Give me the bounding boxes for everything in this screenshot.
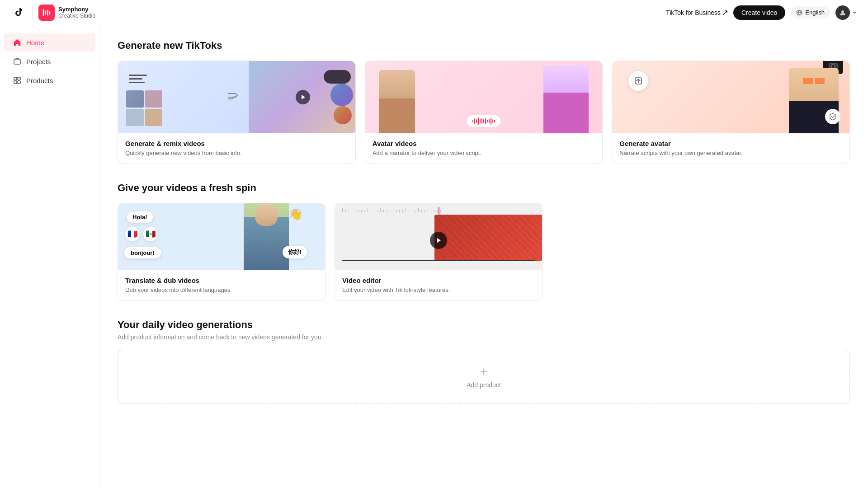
svg-rect-2: [47, 9, 48, 15]
card-remix[interactable]: Generate & remix videos Quickly generate…: [118, 61, 356, 164]
header-left: Symphony Creative Studio: [11, 5, 95, 21]
add-product-box[interactable]: + Add product: [118, 350, 850, 404]
svg-rect-3: [49, 11, 51, 14]
shuffle-icon: [227, 92, 240, 103]
card-generate-avatar-body: Generate avatar Narrate scripts with you…: [612, 133, 849, 164]
brand-subtitle: Creative Studio: [58, 13, 95, 19]
globe-icon: [796, 9, 802, 16]
play-button-decoration: [296, 90, 310, 104]
svg-rect-1: [45, 10, 46, 14]
tiktok-logo-icon: [11, 5, 27, 21]
card-translate-desc: Dub your videos into different languages…: [125, 286, 318, 294]
fresh-spin-title: Give your videos a fresh spin: [118, 182, 850, 194]
card-avatar-videos[interactable]: Avatar videos Add a narrator to deliver …: [365, 61, 603, 164]
image-grid-decoration: [126, 90, 162, 126]
chinese-bubble: 你好!: [283, 246, 307, 258]
tiktok-business-link[interactable]: TikTok for Business: [666, 9, 728, 16]
sidebar-projects-label: Projects: [26, 58, 51, 66]
card-avatar-image: [365, 61, 603, 133]
svg-rect-8: [18, 77, 20, 80]
svg-rect-10: [18, 81, 20, 84]
header: Symphony Creative Studio TikTok for Busi…: [0, 0, 868, 25]
card-remix-desc: Quickly generate new videos from basic i…: [125, 149, 348, 157]
sidebar: Home Projects Products: [0, 25, 99, 488]
external-link-icon: [722, 10, 728, 15]
waveform-decoration: [467, 115, 500, 127]
sidebar-item-home[interactable]: Home: [4, 33, 95, 52]
card-generate-avatar-image: [612, 61, 849, 133]
user-icon: [839, 9, 846, 16]
main-layout: Home Projects Products: [0, 25, 868, 488]
projects-icon: [13, 57, 22, 66]
daily-desc: Add product information and come back to…: [118, 333, 850, 341]
card-translate-body: Translate & dub videos Dub your videos i…: [118, 270, 325, 300]
language-button[interactable]: English: [791, 6, 830, 19]
header-right: TikTok for Business Create video English: [666, 5, 857, 20]
brand-text: Symphony Creative Studio: [58, 6, 95, 19]
flag-bubble-1: 🇫🇷: [125, 227, 140, 241]
brand-logo: Symphony Creative Studio: [38, 5, 95, 21]
card-avatar-videos-body: Avatar videos Add a narrator to deliver …: [365, 133, 603, 164]
card-remix-title: Generate & remix videos: [125, 140, 348, 147]
lines-decoration: [129, 75, 147, 83]
shield-icon-decoration: [825, 109, 840, 124]
person2-decoration: [543, 66, 589, 133]
symphony-icon: [38, 5, 55, 21]
fresh-spin-cards: Hola! 🇫🇷 bonjour! 🇲🇽 你好! 👋 Tran: [118, 203, 850, 301]
card-editor-desc: Edit your video with TikTok-style featur…: [342, 286, 535, 294]
card-remix-image: [118, 61, 355, 133]
card-translate[interactable]: Hola! 🇫🇷 bonjour! 🇲🇽 你好! 👋 Tran: [118, 203, 326, 301]
svg-rect-6: [14, 59, 20, 64]
card-translate-title: Translate & dub videos: [125, 277, 318, 284]
card-editor-body: Video editor Edit your video with TikTok…: [335, 270, 542, 300]
card-generate-avatar-title: Generate avatar: [619, 140, 842, 147]
generate-new-cards: Generate & remix videos Quickly generate…: [118, 61, 850, 164]
hola-bubble: Hola!: [127, 211, 153, 223]
sidebar-item-products[interactable]: Products: [4, 71, 95, 89]
svg-marker-13: [437, 238, 441, 243]
video-strip-decoration: [434, 215, 542, 261]
avatar-button[interactable]: [835, 5, 850, 20]
card-avatar-videos-title: Avatar videos: [373, 140, 595, 147]
card-translate-image: Hola! 🇫🇷 bonjour! 🇲🇽 你好! 👋: [118, 203, 325, 270]
home-icon: [13, 38, 22, 47]
bonjour-bubble: bonjour!: [124, 247, 161, 258]
svg-rect-0: [43, 9, 44, 16]
card-editor-title: Video editor: [342, 277, 535, 284]
add-product-plus-icon: +: [480, 365, 487, 378]
svg-marker-11: [302, 95, 305, 99]
card-editor[interactable]: Video editor Edit your video with TikTok…: [335, 203, 542, 301]
sidebar-home-label: Home: [26, 39, 44, 47]
card-generate-avatar[interactable]: Generate avatar Narrate scripts with you…: [612, 61, 850, 164]
card-remix-body: Generate & remix videos Quickly generate…: [118, 133, 355, 164]
sidebar-products-label: Products: [26, 77, 53, 84]
create-video-button[interactable]: Create video: [733, 5, 785, 20]
card-editor-image: [335, 203, 542, 270]
main-content: Generate new TikToks: [99, 25, 868, 488]
daily-title: Your daily video generations: [118, 319, 850, 331]
header-divider: [33, 5, 33, 20]
card-generate-avatar-desc: Narrate scripts with your own generated …: [619, 149, 842, 157]
add-product-label: Add product: [467, 381, 501, 389]
upload-icon-decoration: [628, 71, 648, 91]
daily-generations-section: Your daily video generations Add product…: [118, 319, 850, 404]
user-menu[interactable]: [835, 5, 857, 20]
person1-decoration: [379, 70, 415, 133]
generate-new-title: Generate new TikToks: [118, 40, 850, 52]
svg-rect-7: [14, 77, 17, 80]
wave-emoji: 👋: [289, 208, 302, 221]
svg-rect-9: [14, 81, 17, 84]
timeline-bar-decoration: [342, 260, 535, 261]
card-avatar-videos-desc: Add a narrator to deliver your video scr…: [373, 149, 595, 157]
products-icon: [13, 76, 22, 85]
sidebar-item-projects[interactable]: Projects: [4, 52, 95, 70]
play-btn-decoration: [430, 232, 447, 249]
flag-bubble-2: 🇲🇽: [143, 227, 158, 241]
chevron-down-icon: [852, 10, 857, 15]
brand-name: Symphony: [58, 6, 95, 13]
